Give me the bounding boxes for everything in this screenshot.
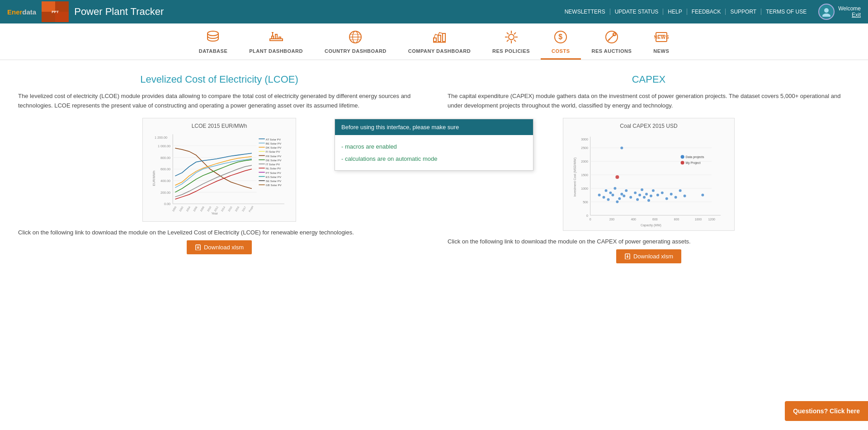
svg-text:2008: 2008 [200,206,205,212]
nav-res-policies-label: RES POLICIES [492,48,530,54]
nav-company-dashboard[interactable]: COMPANY DASHBOARD [397,26,481,60]
svg-point-128 [634,191,637,194]
capex-title: CAPEX [448,74,850,85]
nav-database-label: DATABASE [199,48,227,54]
nav-res-policies[interactable]: RES POLICIES [481,26,541,60]
svg-line-29 [514,33,516,34]
svg-point-117 [605,189,608,192]
svg-text:GB Solar PV: GB Solar PV [266,183,282,187]
svg-text:PPT: PPT [52,10,59,14]
svg-text:1500: 1500 [581,173,588,177]
svg-text:2006: 2006 [193,206,198,212]
svg-line-28 [514,40,516,42]
svg-text:400: 400 [631,217,636,220]
nav-costs-label: COSTS [552,48,570,54]
svg-line-27 [507,33,509,34]
terms-link[interactable]: TERMS OF USE [761,9,811,15]
feedback-link[interactable]: FEEDBACK [687,9,726,15]
company-dashboard-icon [432,30,447,47]
svg-text:NL Solar PV: NL Solar PV [266,167,282,170]
support-link[interactable]: SUPPORT [726,9,761,15]
svg-line-36 [608,39,610,41]
lcoe-download-btn-container: Download xlsm [18,240,420,254]
database-icon [206,30,220,47]
svg-point-141 [675,196,677,198]
svg-point-129 [636,198,639,201]
notification-body: - macros are enabled - calculations are … [335,135,533,170]
capex-download-button[interactable]: Download xlsm [616,249,681,263]
svg-text:2004: 2004 [186,206,191,212]
svg-text:1200: 1200 [708,217,715,220]
news-icon: NEWS [654,30,669,47]
nav-country-dashboard[interactable]: COUNTRY DASHBOARD [314,26,397,60]
capex-chart-svg: 0 500 1000 1500 2000 2500 3000 0 200 400… [568,132,730,231]
svg-point-146 [615,175,619,179]
svg-point-133 [645,192,648,195]
svg-text:SE Solar PV: SE Solar PV [266,179,282,182]
nav-news-label: NEWS [653,48,669,54]
lcoe-chart-container: LCOE 2015 EUR/MWh 0.00 200.00 400.00 600… [142,118,296,222]
svg-text:DE Solar PV: DE Solar PV [266,158,282,161]
svg-text:2002: 2002 [179,206,184,212]
logo: Enerdata [7,8,36,16]
svg-text:500: 500 [583,200,588,203]
capex-description: The capital expenditure (CAPEX) module g… [448,92,850,111]
main-navigation: DATABASE PLANT DASHBOARD COUNTRY DASHBOA… [0,23,868,60]
nav-costs[interactable]: $ COSTS [541,26,580,60]
svg-point-145 [620,146,623,149]
svg-text:PT Solar PV: PT Solar PV [266,171,282,174]
svg-point-121 [613,187,616,190]
svg-point-4 [824,8,829,13]
svg-text:1 000.00: 1 000.00 [158,144,170,148]
nav-database[interactable]: DATABASE [188,26,238,60]
help-link[interactable]: HELP [663,9,687,15]
svg-text:200.00: 200.00 [160,190,170,194]
svg-text:Investment Cost (MSD/MW): Investment Cost (MSD/MW) [573,157,577,196]
svg-point-137 [656,193,659,196]
svg-rect-9 [275,34,277,39]
svg-text:2016: 2016 [235,206,240,212]
svg-text:IT Solar PV: IT Solar PV [266,163,280,166]
svg-text:Data projects: Data projects [686,155,704,159]
lcoe-chart-title: LCOE 2015 EUR/MWh [147,123,291,129]
lcoe-title: Levelized Cost of Electricity (LCOE) [18,74,420,85]
svg-text:$: $ [559,33,563,41]
svg-point-139 [665,197,668,200]
capex-chart-container: Coal CAPEX 2015 USD 0 500 1000 1500 2000… [563,118,735,231]
nav-plant-dashboard[interactable]: PLANT DASHBOARD [238,26,314,60]
logo-image: PPT [42,1,69,22]
svg-text:My Project: My Project [686,161,701,165]
svg-text:2017: 2017 [241,206,246,212]
logo-ener: Ener [7,8,22,16]
lcoe-download-button[interactable]: Download xlsm [187,240,252,254]
svg-point-120 [611,193,614,196]
svg-text:EUR/MWh: EUR/MWh [152,170,156,186]
svg-text:0.00: 0.00 [164,202,170,206]
svg-text:0: 0 [586,214,588,217]
nav-plant-dashboard-label: PLANT DASHBOARD [249,48,303,54]
nav-company-dashboard-label: COMPANY DASHBOARD [408,48,471,54]
notification-item-2: - calculations are on automatic mode [341,153,527,165]
nav-news[interactable]: NEWS NEWS [642,26,680,60]
top-links: NEWSLETTERS UPDATE STATUS HELP FEEDBACK … [560,9,811,15]
svg-point-115 [598,193,601,196]
svg-text:600.00: 600.00 [160,167,170,171]
country-dashboard-icon [348,30,363,47]
newsletters-link[interactable]: NEWSLETTERS [560,9,610,15]
svg-point-5 [822,14,830,17]
lcoe-click-text: Click on the following link to download … [18,229,420,236]
svg-rect-19 [438,35,441,42]
svg-point-122 [616,200,618,203]
svg-rect-20 [443,33,445,42]
svg-point-144 [701,193,704,196]
svg-rect-10 [279,37,281,39]
svg-text:2500: 2500 [581,146,588,150]
update-status-link[interactable]: UPDATE STATUS [610,9,664,15]
download-icon [195,244,201,250]
nav-res-auctions[interactable]: RES AUCTIONS [581,26,643,60]
svg-text:Capacity (MW): Capacity (MW) [641,224,661,227]
svg-text:0: 0 [590,217,591,220]
user-avatar[interactable] [818,4,835,20]
svg-text:2000: 2000 [581,160,588,163]
svg-text:Projet: Projet [248,205,254,212]
